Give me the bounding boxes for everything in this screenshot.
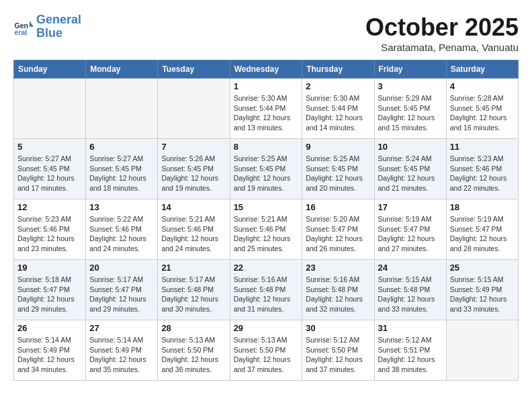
day-info: Sunrise: 5:25 AM Sunset: 5:45 PM Dayligh… bbox=[234, 154, 299, 193]
day-info: Sunrise: 5:26 AM Sunset: 5:45 PM Dayligh… bbox=[161, 154, 226, 193]
day-number: 23 bbox=[306, 263, 370, 273]
day-number: 13 bbox=[89, 202, 154, 212]
day-number: 1 bbox=[234, 81, 299, 91]
day-info: Sunrise: 5:23 AM Sunset: 5:46 PM Dayligh… bbox=[450, 154, 515, 193]
calendar-day-cell: 8Sunrise: 5:25 AM Sunset: 5:45 PM Daylig… bbox=[230, 139, 302, 199]
day-number: 3 bbox=[378, 81, 443, 91]
calendar-day-cell: 22Sunrise: 5:16 AM Sunset: 5:48 PM Dayli… bbox=[230, 260, 302, 320]
calendar-day-cell: 7Sunrise: 5:26 AM Sunset: 5:45 PM Daylig… bbox=[158, 139, 230, 199]
day-info: Sunrise: 5:17 AM Sunset: 5:48 PM Dayligh… bbox=[161, 275, 226, 314]
calendar-day-cell: 10Sunrise: 5:24 AM Sunset: 5:45 PM Dayli… bbox=[374, 139, 446, 199]
day-number: 20 bbox=[89, 263, 154, 273]
day-number: 19 bbox=[17, 263, 82, 273]
day-info: Sunrise: 5:18 AM Sunset: 5:47 PM Dayligh… bbox=[17, 275, 82, 314]
calendar-day-cell: 1Sunrise: 5:30 AM Sunset: 5:44 PM Daylig… bbox=[230, 79, 302, 139]
day-info: Sunrise: 5:24 AM Sunset: 5:45 PM Dayligh… bbox=[378, 154, 443, 193]
calendar-day-cell: 26Sunrise: 5:14 AM Sunset: 5:49 PM Dayli… bbox=[14, 320, 86, 381]
day-info: Sunrise: 5:12 AM Sunset: 5:51 PM Dayligh… bbox=[378, 335, 443, 375]
day-info: Sunrise: 5:14 AM Sunset: 5:49 PM Dayligh… bbox=[17, 335, 82, 375]
calendar-day-cell: 21Sunrise: 5:17 AM Sunset: 5:48 PM Dayli… bbox=[158, 260, 230, 320]
day-number: 30 bbox=[306, 323, 370, 333]
calendar-week-row: 26Sunrise: 5:14 AM Sunset: 5:49 PM Dayli… bbox=[14, 320, 519, 381]
day-number: 14 bbox=[161, 202, 226, 212]
calendar-day-cell: 4Sunrise: 5:28 AM Sunset: 5:45 PM Daylig… bbox=[446, 79, 518, 139]
day-number: 22 bbox=[234, 263, 299, 273]
title-block: October 2025 Saratamata, Penama, Vanuatu bbox=[365, 13, 519, 53]
logo: Gen eral General Blue bbox=[13, 13, 81, 40]
calendar-day-cell: 12Sunrise: 5:23 AM Sunset: 5:46 PM Dayli… bbox=[14, 199, 86, 260]
day-number: 2 bbox=[306, 81, 370, 91]
calendar-day-cell: 25Sunrise: 5:15 AM Sunset: 5:49 PM Dayli… bbox=[446, 260, 518, 320]
day-number: 12 bbox=[17, 202, 82, 212]
calendar-day-cell: 17Sunrise: 5:19 AM Sunset: 5:47 PM Dayli… bbox=[374, 199, 446, 260]
calendar-table: SundayMondayTuesdayWednesdayThursdayFrid… bbox=[13, 60, 519, 381]
calendar-day-cell: 11Sunrise: 5:23 AM Sunset: 5:46 PM Dayli… bbox=[446, 139, 518, 199]
calendar-week-row: 5Sunrise: 5:27 AM Sunset: 5:45 PM Daylig… bbox=[14, 139, 519, 199]
svg-marker-2 bbox=[30, 21, 34, 27]
day-info: Sunrise: 5:27 AM Sunset: 5:45 PM Dayligh… bbox=[17, 154, 82, 193]
day-number: 4 bbox=[450, 81, 515, 91]
day-number: 25 bbox=[450, 263, 515, 273]
day-info: Sunrise: 5:30 AM Sunset: 5:44 PM Dayligh… bbox=[234, 93, 299, 133]
day-info: Sunrise: 5:16 AM Sunset: 5:48 PM Dayligh… bbox=[306, 275, 370, 314]
logo-line1: General bbox=[36, 13, 81, 26]
day-number: 31 bbox=[378, 323, 443, 333]
day-number: 7 bbox=[161, 142, 226, 152]
calendar-week-row: 1Sunrise: 5:30 AM Sunset: 5:44 PM Daylig… bbox=[14, 79, 519, 139]
day-info: Sunrise: 5:14 AM Sunset: 5:49 PM Dayligh… bbox=[89, 335, 154, 375]
day-number: 24 bbox=[378, 263, 443, 273]
day-info: Sunrise: 5:25 AM Sunset: 5:45 PM Dayligh… bbox=[306, 154, 370, 193]
calendar-day-cell: 31Sunrise: 5:12 AM Sunset: 5:51 PM Dayli… bbox=[374, 320, 446, 381]
day-info: Sunrise: 5:21 AM Sunset: 5:46 PM Dayligh… bbox=[234, 214, 299, 254]
calendar-day-cell: 14Sunrise: 5:21 AM Sunset: 5:46 PM Dayli… bbox=[158, 199, 230, 260]
day-info: Sunrise: 5:13 AM Sunset: 5:50 PM Dayligh… bbox=[234, 335, 299, 375]
day-info: Sunrise: 5:30 AM Sunset: 5:44 PM Dayligh… bbox=[306, 93, 370, 133]
calendar-day-cell bbox=[158, 79, 230, 139]
calendar-day-cell: 18Sunrise: 5:19 AM Sunset: 5:47 PM Dayli… bbox=[446, 199, 518, 260]
day-number: 9 bbox=[306, 142, 370, 152]
day-number: 15 bbox=[234, 202, 299, 212]
weekday-header-tuesday: Tuesday bbox=[158, 60, 230, 79]
day-info: Sunrise: 5:27 AM Sunset: 5:45 PM Dayligh… bbox=[89, 154, 154, 193]
calendar-day-cell: 28Sunrise: 5:13 AM Sunset: 5:50 PM Dayli… bbox=[158, 320, 230, 381]
calendar-day-cell: 3Sunrise: 5:29 AM Sunset: 5:45 PM Daylig… bbox=[374, 79, 446, 139]
day-info: Sunrise: 5:17 AM Sunset: 5:47 PM Dayligh… bbox=[89, 275, 154, 314]
svg-text:eral: eral bbox=[15, 28, 28, 36]
logo-icon: Gen eral bbox=[13, 17, 34, 37]
day-number: 21 bbox=[161, 263, 226, 273]
day-info: Sunrise: 5:19 AM Sunset: 5:47 PM Dayligh… bbox=[450, 214, 515, 254]
calendar-week-row: 12Sunrise: 5:23 AM Sunset: 5:46 PM Dayli… bbox=[14, 199, 519, 260]
calendar-day-cell: 6Sunrise: 5:27 AM Sunset: 5:45 PM Daylig… bbox=[86, 139, 158, 199]
day-info: Sunrise: 5:29 AM Sunset: 5:45 PM Dayligh… bbox=[378, 93, 443, 133]
calendar-day-cell: 2Sunrise: 5:30 AM Sunset: 5:44 PM Daylig… bbox=[302, 79, 374, 139]
day-number: 10 bbox=[378, 142, 443, 152]
logo-text: General Blue bbox=[36, 13, 81, 40]
day-info: Sunrise: 5:28 AM Sunset: 5:45 PM Dayligh… bbox=[450, 93, 515, 133]
day-info: Sunrise: 5:13 AM Sunset: 5:50 PM Dayligh… bbox=[161, 335, 226, 375]
day-info: Sunrise: 5:19 AM Sunset: 5:47 PM Dayligh… bbox=[378, 214, 443, 254]
day-number: 8 bbox=[234, 142, 299, 152]
day-info: Sunrise: 5:16 AM Sunset: 5:48 PM Dayligh… bbox=[234, 275, 299, 314]
location-subtitle: Saratamata, Penama, Vanuatu bbox=[365, 42, 519, 53]
day-info: Sunrise: 5:22 AM Sunset: 5:46 PM Dayligh… bbox=[89, 214, 154, 254]
calendar-week-row: 19Sunrise: 5:18 AM Sunset: 5:47 PM Dayli… bbox=[14, 260, 519, 320]
day-info: Sunrise: 5:15 AM Sunset: 5:48 PM Dayligh… bbox=[378, 275, 443, 314]
day-info: Sunrise: 5:23 AM Sunset: 5:46 PM Dayligh… bbox=[17, 214, 82, 254]
calendar-header-row: SundayMondayTuesdayWednesdayThursdayFrid… bbox=[14, 60, 519, 79]
calendar-day-cell: 16Sunrise: 5:20 AM Sunset: 5:47 PM Dayli… bbox=[302, 199, 374, 260]
calendar-day-cell: 5Sunrise: 5:27 AM Sunset: 5:45 PM Daylig… bbox=[14, 139, 86, 199]
weekday-header-monday: Monday bbox=[86, 60, 158, 79]
day-number: 6 bbox=[89, 142, 154, 152]
month-title: October 2025 bbox=[365, 13, 519, 42]
page-header: Gen eral General Blue October 2025 Sarat… bbox=[13, 13, 519, 53]
day-info: Sunrise: 5:12 AM Sunset: 5:50 PM Dayligh… bbox=[306, 335, 370, 375]
calendar-day-cell: 23Sunrise: 5:16 AM Sunset: 5:48 PM Dayli… bbox=[302, 260, 374, 320]
calendar-day-cell: 19Sunrise: 5:18 AM Sunset: 5:47 PM Dayli… bbox=[14, 260, 86, 320]
weekday-header-sunday: Sunday bbox=[14, 60, 86, 79]
calendar-day-cell: 9Sunrise: 5:25 AM Sunset: 5:45 PM Daylig… bbox=[302, 139, 374, 199]
day-number: 18 bbox=[450, 202, 515, 212]
weekday-header-saturday: Saturday bbox=[446, 60, 518, 79]
weekday-header-wednesday: Wednesday bbox=[230, 60, 302, 79]
calendar-day-cell: 13Sunrise: 5:22 AM Sunset: 5:46 PM Dayli… bbox=[86, 199, 158, 260]
calendar-day-cell: 27Sunrise: 5:14 AM Sunset: 5:49 PM Dayli… bbox=[86, 320, 158, 381]
